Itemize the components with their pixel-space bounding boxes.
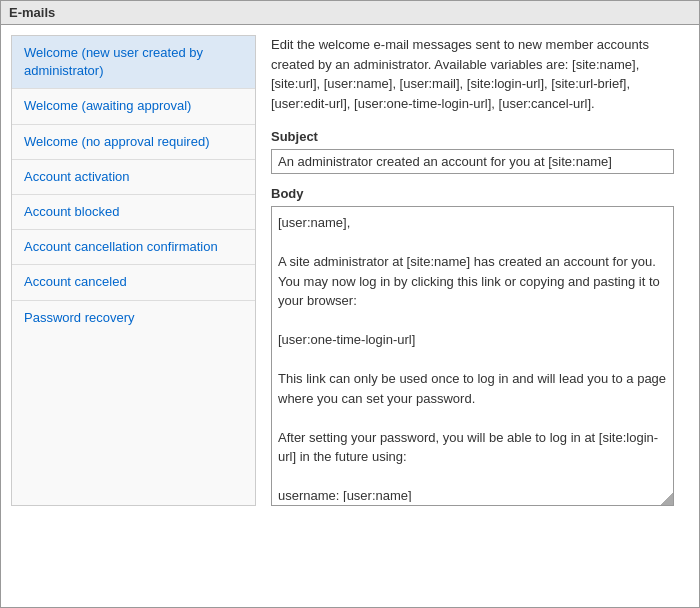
- main-window: E-mails Welcome (new user created by adm…: [0, 0, 700, 608]
- sidebar-item-welcome-admin[interactable]: Welcome (new user created by administrat…: [12, 36, 255, 89]
- sidebar: Welcome (new user created by administrat…: [11, 35, 256, 506]
- body-wrapper: [271, 206, 674, 506]
- sidebar-item-account-activation[interactable]: Account activation: [12, 160, 255, 195]
- body-label: Body: [271, 186, 674, 201]
- sidebar-item-welcome-no-approval[interactable]: Welcome (no approval required): [12, 125, 255, 160]
- sidebar-item-account-cancellation[interactable]: Account cancellation confirmation: [12, 230, 255, 265]
- resize-handle[interactable]: [661, 493, 673, 505]
- subject-label: Subject: [271, 129, 674, 144]
- sidebar-item-welcome-approval[interactable]: Welcome (awaiting approval): [12, 89, 255, 124]
- description-text: Edit the welcome e-mail messages sent to…: [271, 35, 674, 113]
- body-textarea[interactable]: [272, 207, 673, 502]
- subject-input[interactable]: [271, 149, 674, 174]
- window-title: E-mails: [1, 1, 699, 25]
- subject-wrapper: [271, 149, 674, 174]
- sidebar-item-account-canceled[interactable]: Account canceled: [12, 265, 255, 300]
- content-area: Welcome (new user created by administrat…: [1, 25, 699, 516]
- sidebar-item-account-blocked[interactable]: Account blocked: [12, 195, 255, 230]
- sidebar-item-password-recovery[interactable]: Password recovery: [12, 301, 255, 335]
- main-content: Edit the welcome e-mail messages sent to…: [256, 35, 689, 506]
